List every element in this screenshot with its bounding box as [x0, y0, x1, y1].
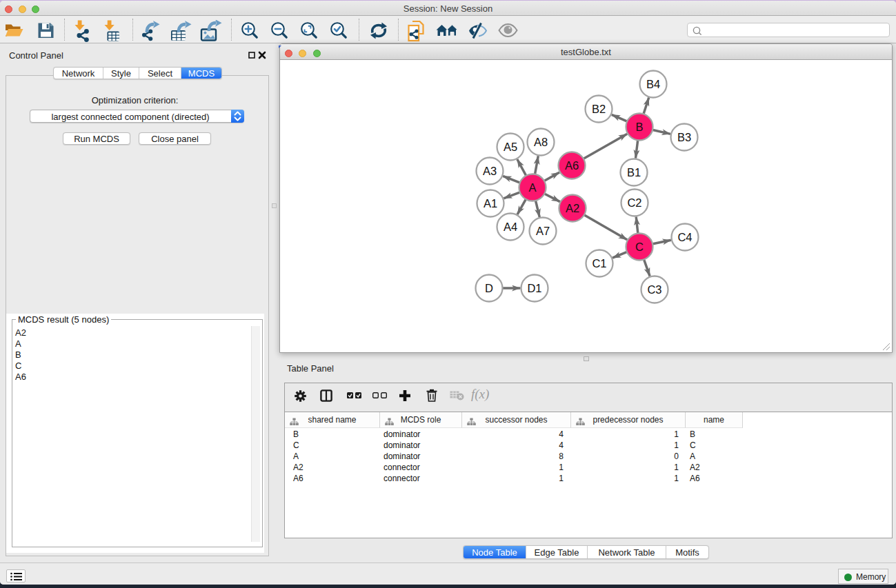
svg-text:C2: C2 — [627, 196, 641, 209]
svg-text:D1: D1 — [527, 282, 541, 294]
svg-text:A5: A5 — [504, 141, 517, 153]
svg-text:A6: A6 — [565, 159, 579, 172]
svg-text:C4: C4 — [677, 231, 692, 243]
svg-text:A7: A7 — [536, 225, 550, 237]
svg-text:A3: A3 — [483, 165, 497, 177]
svg-text:B: B — [635, 121, 643, 133]
svg-text:B1: B1 — [627, 166, 641, 179]
svg-text:C3: C3 — [647, 283, 661, 296]
svg-text:B4: B4 — [646, 78, 660, 90]
svg-text:A4: A4 — [504, 221, 517, 233]
svg-text:D: D — [485, 282, 493, 294]
svg-text:C: C — [635, 241, 644, 253]
svg-text:B3: B3 — [677, 131, 691, 143]
svg-text:A: A — [528, 181, 536, 194]
svg-text:B2: B2 — [592, 103, 606, 115]
svg-text:C1: C1 — [592, 257, 606, 270]
svg-text:A8: A8 — [534, 136, 548, 148]
svg-text:A1: A1 — [484, 197, 497, 210]
svg-text:A2: A2 — [566, 202, 579, 214]
